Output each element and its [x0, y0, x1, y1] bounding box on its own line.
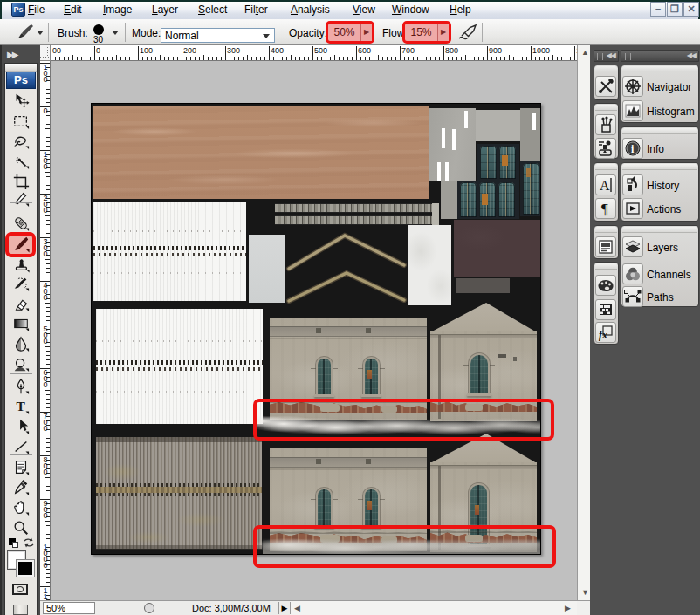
svg-text:T: T [17, 399, 26, 413]
svg-text:fx: fx [599, 329, 607, 341]
svg-text:A: A [600, 178, 610, 193]
svg-text:¶: ¶ [601, 201, 608, 217]
